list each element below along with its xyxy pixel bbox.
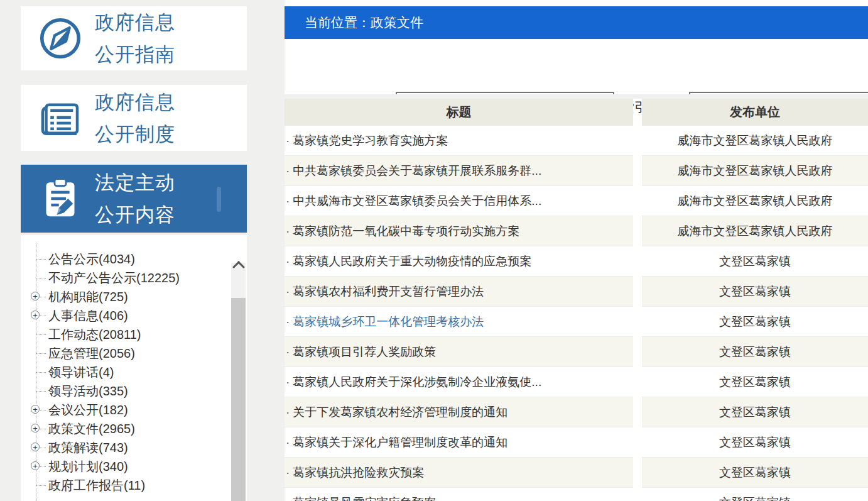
expand-plus-icon[interactable]: + bbox=[31, 443, 40, 451]
publisher-cell: 威海市文登区葛家镇人民政府 bbox=[642, 126, 868, 156]
tree-item[interactable]: + 政策文件(2965) bbox=[21, 419, 222, 438]
document-title-text: 中共葛家镇委员会关于葛家镇开展联系服务群... bbox=[293, 163, 541, 179]
bullet-icon: · bbox=[286, 375, 290, 389]
document-title-text: 关于下发葛家镇农村经济管理制度的通知 bbox=[293, 404, 507, 421]
document-title-text: 葛家镇项目引荐人奖励政策 bbox=[293, 344, 436, 360]
expand-plus-icon[interactable]: + bbox=[31, 292, 40, 300]
sidebar-item-disclosure-rules[interactable]: 政府信息 公开制度 bbox=[21, 85, 247, 151]
document-title-link[interactable]: · 葛家镇防范一氧化碳中毒专项行动实施方案 bbox=[285, 216, 633, 246]
tree-item-label: 人事信息(406) bbox=[48, 309, 128, 322]
bullet-icon: · bbox=[286, 466, 290, 480]
tree-item[interactable]: + 机构职能(725) bbox=[21, 287, 222, 306]
menu-label-line: 公开内容 bbox=[95, 199, 175, 231]
scrollbar-thumb[interactable] bbox=[231, 298, 246, 501]
table-row: · 葛家镇农村福利费开支暂行管理办法 文登区葛家镇 bbox=[285, 277, 868, 307]
bullet-icon: · bbox=[286, 255, 290, 268]
table-row: · 中共威海市文登区葛家镇委员会关于信用体系... 威海市文登区葛家镇人民政府 bbox=[285, 186, 868, 216]
tree-item-label: 机构职能(725) bbox=[48, 290, 128, 304]
compass-icon bbox=[37, 15, 84, 62]
document-title-link[interactable]: · 葛家镇项目引荐人奖励政策 bbox=[285, 337, 633, 367]
publisher-cell: 威海市文登区葛家镇人民政府 bbox=[642, 216, 868, 246]
publisher-cell: 文登区葛家镇 bbox=[642, 246, 868, 277]
document-title-link[interactable]: · 葛家镇人民政府关于重大动物疫情的应急预案 bbox=[285, 246, 633, 277]
document-title-link[interactable]: · 关于下发葛家镇农村经济管理制度的通知 bbox=[285, 397, 633, 427]
bullet-icon: · bbox=[286, 164, 290, 178]
table-row: · 葛家镇党史学习教育实施方案 威海市文登区葛家镇人民政府 bbox=[285, 126, 868, 156]
tree-item[interactable]: + 领导讲话(4) bbox=[21, 363, 222, 382]
tree-item[interactable]: + 会议公开(182) bbox=[21, 400, 222, 419]
tree-item-label: 公告公示(4034) bbox=[48, 252, 135, 266]
publisher-cell: 文登区葛家镇 bbox=[642, 488, 868, 501]
document-title-text: 葛家镇防范一氧化碳中毒专项行动实施方案 bbox=[293, 223, 519, 239]
expand-plus-icon[interactable]: + bbox=[31, 461, 40, 470]
document-title-link[interactable]: · 葛家镇关于深化户籍管理制度改革的通知 bbox=[285, 427, 633, 458]
document-title-text: 葛家镇关于深化户籍管理制度改革的通知 bbox=[293, 434, 507, 451]
document-title-link[interactable]: · 葛家镇党史学习教育实施方案 bbox=[285, 126, 633, 156]
tree-scrollbar[interactable] bbox=[231, 246, 246, 501]
bullet-icon: · bbox=[286, 315, 290, 329]
document-title-text: 葛家镇农村福利费开支暂行管理办法 bbox=[293, 284, 484, 300]
tree-item[interactable]: + 规划计划(340) bbox=[21, 457, 222, 476]
tree-item-label: 领导讲话(4) bbox=[48, 365, 114, 379]
menu-label-line: 公开指南 bbox=[95, 38, 175, 70]
section-divider bbox=[285, 94, 868, 99]
category-tree: + 公告公示(4034) + 不动产公告公示(12225) + 机构职能(725… bbox=[21, 250, 222, 495]
breadcrumb: 当前位置：政策文件 bbox=[305, 15, 423, 30]
sidebar-item-disclosure-guide[interactable]: 政府信息 公开指南 bbox=[21, 6, 247, 70]
publisher-cell: 文登区葛家镇 bbox=[642, 458, 868, 488]
bullet-icon: · bbox=[286, 405, 290, 419]
tree-item[interactable]: + 公告公示(4034) bbox=[21, 250, 222, 268]
document-title-link[interactable]: · 葛家镇抗洪抢险救灾预案 bbox=[285, 458, 633, 488]
bullet-icon: · bbox=[286, 134, 290, 148]
category-tree-panel: + 公告公示(4034) + 不动产公告公示(12225) + 机构职能(725… bbox=[21, 235, 247, 501]
sidebar: 政府信息 公开指南 政府信息 公开制度 bbox=[21, 0, 247, 501]
publisher-cell: 威海市文登区葛家镇人民政府 bbox=[642, 156, 868, 186]
publisher-cell: 文登区葛家镇 bbox=[642, 397, 868, 427]
column-header-title: 标题 bbox=[285, 99, 633, 126]
tree-item-label: 不动产公告公示(12225) bbox=[48, 271, 180, 285]
bullet-icon: · bbox=[286, 285, 290, 299]
table-row: · 葛家镇项目引荐人奖励政策 文登区葛家镇 bbox=[285, 337, 868, 367]
tree-item-label: 政策解读(743) bbox=[48, 441, 128, 454]
sidebar-item-statutory-disclosure[interactable]: 法定主动 公开内容 bbox=[21, 165, 247, 233]
document-title-link[interactable]: · 中共威海市文登区葛家镇委员会关于信用体系... bbox=[285, 186, 633, 216]
document-title-link[interactable]: · 葛家镇农村福利费开支暂行管理办法 bbox=[285, 277, 633, 307]
expand-plus-icon[interactable]: + bbox=[31, 405, 40, 414]
publisher-cell: 文登区葛家镇 bbox=[642, 367, 868, 397]
publisher-cell: 文登区葛家镇 bbox=[642, 337, 868, 367]
document-title-text: 葛家镇城乡环卫一体化管理考核办法 bbox=[293, 314, 484, 330]
column-header-publisher: 发布单位 bbox=[642, 99, 868, 126]
document-title-text: 葛家镇人民政府关于重大动物疫情的应急预案 bbox=[293, 253, 531, 270]
publisher-cell: 文登区葛家镇 bbox=[642, 277, 868, 307]
tree-item[interactable]: + 不动产公告公示(12225) bbox=[21, 268, 222, 287]
document-title-link[interactable]: · 葛家镇人民政府关于深化涉氨制冷企业液氨使... bbox=[285, 367, 633, 397]
tree-item[interactable]: + 政策解读(743) bbox=[21, 438, 222, 457]
bullet-icon: · bbox=[286, 345, 290, 359]
tree-item-label: 会议公开(182) bbox=[48, 403, 128, 417]
breadcrumb-bar: 当前位置：政策文件 bbox=[285, 6, 868, 39]
tree-item[interactable]: + 工作动态(20811) bbox=[21, 325, 222, 344]
document-title-link[interactable]: · 中共葛家镇委员会关于葛家镇开展联系服务群... bbox=[285, 156, 633, 186]
bullet-icon: · bbox=[286, 224, 290, 238]
tree-item[interactable]: + 应急管理(2056) bbox=[21, 344, 222, 363]
menu-scroll-thumb[interactable] bbox=[217, 187, 221, 212]
main-panel: 当前位置：政策文件 标题： 索引号： 标题 发布单位 · 葛家镇党史学习教育实施… bbox=[285, 0, 868, 501]
table-row: · 葛家镇人民政府关于重大动物疫情的应急预案 文登区葛家镇 bbox=[285, 246, 868, 277]
tree-item-label: 规划计划(340) bbox=[48, 460, 128, 473]
expand-plus-icon[interactable]: + bbox=[31, 424, 40, 432]
expand-plus-icon[interactable]: + bbox=[31, 311, 40, 319]
tree-item-label: 政府工作报告(11) bbox=[48, 478, 145, 492]
tree-item-label: 工作动态(20811) bbox=[48, 328, 141, 341]
clipboard-pencil-icon bbox=[37, 175, 84, 222]
chevron-up-icon bbox=[232, 261, 245, 273]
document-title-text: 葛家镇人民政府关于深化涉氨制冷企业液氨使... bbox=[293, 374, 541, 390]
tree-item[interactable]: + 政府工作报告(11) bbox=[21, 476, 222, 495]
table-row: · 葛家镇人民政府关于深化涉氨制冷企业液氨使... 文登区葛家镇 bbox=[285, 367, 868, 397]
publisher-cell: 文登区葛家镇 bbox=[642, 427, 868, 458]
document-title-link[interactable]: · 葛家镇城乡环卫一体化管理考核办法 bbox=[285, 307, 633, 337]
document-title-text: 葛家镇暴风雪灾害应急预案 bbox=[293, 495, 436, 501]
document-title-link[interactable]: · 葛家镇暴风雪灾害应急预案 bbox=[285, 488, 633, 501]
tree-item[interactable]: + 人事信息(406) bbox=[21, 306, 222, 325]
tree-item[interactable]: + 领导活动(335) bbox=[21, 382, 222, 400]
menu-label-line: 政府信息 bbox=[95, 6, 175, 38]
